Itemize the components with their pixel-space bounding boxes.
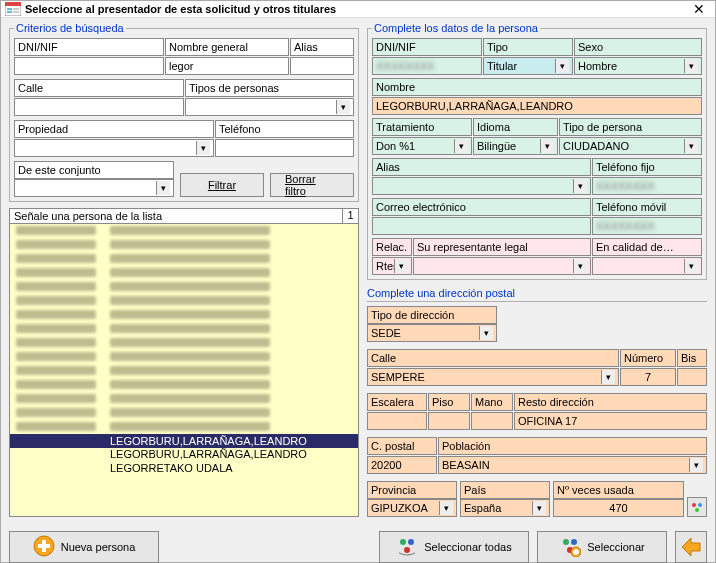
chevron-down-icon: ▾ <box>394 259 408 273</box>
alias-input[interactable] <box>290 57 354 75</box>
list-body[interactable]: LEGORBURU,LARRAÑAGA,LEANDRO LEGORBURU,LA… <box>10 224 358 516</box>
p-email-input[interactable] <box>372 217 591 235</box>
p-telm-label: Teléfono móvil <box>592 198 702 216</box>
list-item[interactable] <box>10 364 358 378</box>
list-item[interactable] <box>10 224 358 238</box>
chevron-down-icon: ▾ <box>439 501 453 515</box>
list-item[interactable] <box>10 266 358 280</box>
d-pob-label: Población <box>438 437 707 455</box>
d-prov-select[interactable]: GIPUZKOA▾ <box>367 499 457 517</box>
p-repr-select[interactable]: ▾ <box>413 257 591 275</box>
color-tool-button[interactable] <box>687 497 707 517</box>
p-nombre-input[interactable]: LEGORBURU,LARRAÑAGA,LEANDRO <box>372 97 702 115</box>
persons-list: Señale una persona de la lista 1 <box>9 208 359 517</box>
p-calidad-label: En calidad de… <box>592 238 702 256</box>
list-item[interactable]: LEGORBURU,LARRAÑAGA,LEANDRO <box>10 448 358 462</box>
select-icon <box>559 535 581 559</box>
list-item[interactable] <box>10 406 358 420</box>
propiedad-select[interactable]: ▾ <box>14 139 214 157</box>
list-item[interactable] <box>10 280 358 294</box>
telefono-label: Teléfono <box>215 120 354 138</box>
nueva-persona-button[interactable]: Nueva persona <box>9 531 159 563</box>
p-dni-input[interactable]: XXXXXXXX <box>372 57 482 75</box>
p-relac-select[interactable]: Rtes.▾ <box>372 257 412 275</box>
persona-legend: Complete los datos de la persona <box>372 22 540 34</box>
close-icon[interactable]: ✕ <box>687 1 711 17</box>
p-idioma-select[interactable]: Bilingüe▾ <box>473 137 558 155</box>
calle-input[interactable] <box>14 98 184 116</box>
borrar-filtro-button[interactable]: Borrar filtro <box>270 173 354 197</box>
list-header: Señale una persona de la lista <box>10 209 342 223</box>
conjunto-select[interactable]: ▾ <box>14 179 174 197</box>
svg-point-14 <box>404 547 410 553</box>
d-veces-value: 470 <box>553 499 684 517</box>
list-item[interactable]: LEGORRETAKO UDALA <box>10 462 358 476</box>
chevron-down-icon: ▾ <box>532 501 546 515</box>
seleccionar-button[interactable]: Seleccionar <box>537 531 667 563</box>
svg-point-16 <box>571 539 577 545</box>
d-tipo-select[interactable]: SEDE▾ <box>367 324 497 342</box>
calle-label: Calle <box>14 79 184 97</box>
p-tipop-label: Tipo de persona <box>559 118 702 136</box>
d-calle-select[interactable]: SEMPERE▾ <box>367 368 619 386</box>
list-item[interactable] <box>10 238 358 252</box>
d-prov-label: Provincia <box>367 481 457 499</box>
chevron-down-icon: ▾ <box>336 100 350 114</box>
svg-point-12 <box>400 539 406 545</box>
search-criteria-box: Criterios de búsqueda DNI/NIF Nombre gen… <box>9 22 359 202</box>
d-mano-input[interactable] <box>471 412 513 430</box>
d-pob-select[interactable]: BEASAIN▾ <box>438 456 707 474</box>
p-tipo-select[interactable]: Titular▾ <box>483 57 573 75</box>
d-resto-label: Resto dirección <box>514 393 707 411</box>
p-alias-select[interactable]: ▾ <box>372 177 591 195</box>
chevron-down-icon: ▾ <box>573 179 587 193</box>
nombre-input[interactable]: legor <box>165 57 289 75</box>
p-trat-label: Tratamiento <box>372 118 472 136</box>
nueva-persona-label: Nueva persona <box>61 541 136 553</box>
filtrar-button[interactable]: Filtrar <box>180 173 264 197</box>
p-tipop-select[interactable]: CIUDADANO▾ <box>559 137 702 155</box>
d-tipo-label: Tipo de dirección <box>367 306 497 324</box>
list-item[interactable] <box>10 308 358 322</box>
chevron-down-icon: ▾ <box>684 59 698 73</box>
d-veces-label: Nº veces usada <box>553 481 684 499</box>
list-item[interactable] <box>10 378 358 392</box>
list-item-selected[interactable]: LEGORBURU,LARRAÑAGA,LEANDRO <box>10 434 358 448</box>
svg-point-6 <box>692 503 696 507</box>
d-cp-input[interactable]: 20200 <box>367 456 437 474</box>
d-esc-input[interactable] <box>367 412 427 430</box>
p-telf-input[interactable]: XXXXXXXX <box>592 177 702 195</box>
d-resto-input[interactable]: OFICINA 17 <box>514 412 707 430</box>
p-sexo-select[interactable]: Hombre▾ <box>574 57 702 75</box>
list-item[interactable] <box>10 392 358 406</box>
p-calidad-select[interactable]: ▾ <box>592 257 702 275</box>
tipos-select[interactable]: ▾ <box>185 98 354 116</box>
list-item[interactable] <box>10 336 358 350</box>
chevron-down-icon: ▾ <box>196 141 210 155</box>
list-item[interactable] <box>10 322 358 336</box>
seleccionar-todas-button[interactable]: Seleccionar todas <box>379 531 529 563</box>
list-item[interactable] <box>10 350 358 364</box>
telefono-input[interactable] <box>215 139 354 157</box>
svg-rect-11 <box>38 544 50 548</box>
p-trat-select[interactable]: Don %1▾ <box>372 137 472 155</box>
titlebar: Seleccione al presentador de esta solici… <box>1 1 715 18</box>
d-cp-label: C. postal <box>367 437 437 455</box>
d-num-input[interactable]: 7 <box>620 368 676 386</box>
exit-button[interactable] <box>675 531 707 563</box>
svg-point-15 <box>563 539 569 545</box>
p-relac-label: Relac. <box>372 238 412 256</box>
list-item[interactable] <box>10 252 358 266</box>
list-item[interactable] <box>10 420 358 434</box>
propiedad-label: Propiedad <box>14 120 214 138</box>
d-pais-select[interactable]: España▾ <box>460 499 550 517</box>
p-alias-label: Alias <box>372 158 591 176</box>
p-telm-input[interactable]: XXXXXXXX <box>592 217 702 235</box>
conjunto-label: De este conjunto <box>14 161 174 179</box>
d-piso-input[interactable] <box>428 412 470 430</box>
dni-input[interactable] <box>14 57 164 75</box>
d-piso-label: Piso <box>428 393 470 411</box>
nombre-label: Nombre general <box>165 38 289 56</box>
list-item[interactable] <box>10 294 358 308</box>
d-bis-input[interactable] <box>677 368 707 386</box>
